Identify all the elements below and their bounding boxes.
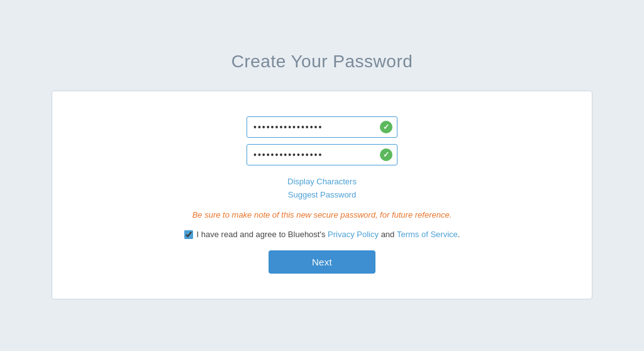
main-card: Display Characters Suggest Password Be s… — [52, 91, 592, 300]
terms-and-text: and — [381, 230, 395, 239]
password-field-2-row — [247, 144, 397, 165]
password-1-check-icon — [380, 121, 392, 133]
display-characters-link[interactable]: Display Characters — [287, 176, 357, 189]
terms-suffix-text: . — [458, 230, 460, 239]
terms-of-service-link[interactable]: Terms of Service — [397, 230, 458, 239]
warning-text: Be sure to make note of this new secure … — [192, 210, 452, 220]
password-field-1-row — [247, 116, 397, 138]
password-2-check-icon — [380, 148, 392, 161]
terms-prefix-text: I have read and agree to Bluehost's — [197, 230, 326, 239]
password-input-2[interactable] — [247, 144, 397, 165]
links-container: Display Characters Suggest Password — [287, 176, 357, 202]
privacy-policy-link[interactable]: Privacy Policy — [328, 230, 379, 239]
suggest-password-link[interactable]: Suggest Password — [288, 189, 356, 202]
terms-row: I have read and agree to Bluehost's Priv… — [184, 230, 460, 239]
password-input-1[interactable] — [247, 116, 397, 138]
page-title: Create Your Password — [231, 52, 413, 72]
form-container: Display Characters Suggest Password Be s… — [65, 116, 579, 274]
terms-checkbox[interactable] — [184, 230, 193, 239]
next-button[interactable]: Next — [269, 250, 375, 274]
